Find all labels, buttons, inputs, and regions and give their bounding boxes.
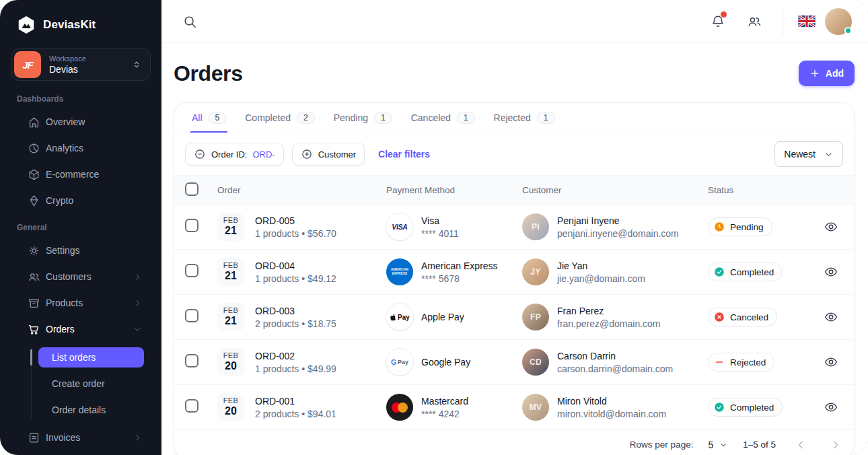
sidebar-item-orders[interactable]: Orders — [11, 316, 151, 342]
sort-value: Newest — [784, 149, 816, 160]
content: Orders Add All5Completed2Pending1Cancele… — [161, 43, 868, 455]
row-checkbox[interactable] — [185, 219, 198, 232]
view-order-button[interactable] — [818, 214, 844, 240]
workspace-switcher[interactable]: JF Workspace Devias — [11, 48, 151, 81]
tab-canceled[interactable]: Canceled1 — [410, 103, 476, 133]
sidebar-item-label: Products — [46, 298, 133, 308]
notifications-button[interactable] — [704, 8, 731, 35]
view-order-button[interactable] — [818, 304, 844, 330]
order-date: FEB21 — [217, 303, 244, 331]
chevron-down-icon — [719, 440, 728, 450]
tab-label: Completed — [245, 112, 291, 123]
order-summary: 1 products • $56.70 — [255, 228, 336, 239]
sidebar-item-order-details[interactable]: Order details — [38, 400, 144, 420]
payment-name: American Express — [421, 260, 498, 271]
tab-count-badge: 1 — [457, 112, 475, 124]
tab-pending[interactable]: Pending1 — [332, 103, 394, 133]
sidebar-item-list-orders[interactable]: List orders — [38, 347, 144, 368]
tab-label: Canceled — [411, 112, 451, 123]
status-badge-completed: Completed — [708, 262, 783, 281]
chevron-down-icon — [824, 149, 834, 160]
tab-count-badge: 1 — [537, 112, 555, 124]
view-order-button[interactable] — [818, 259, 844, 285]
row-checkbox[interactable] — [185, 399, 198, 413]
order-row-ord-003[interactable]: FEB21ORD-0032 products • $18.75PayApple … — [174, 294, 854, 339]
page-title: Orders — [174, 61, 243, 86]
row-checkbox[interactable] — [185, 264, 198, 277]
tab-label: Pending — [334, 112, 368, 123]
order-row-ord-004[interactable]: FEB21ORD-0041 products • $49.12AMERICANE… — [174, 249, 854, 294]
filter-chip-label: Order ID: — [211, 149, 247, 160]
filter-chip-label: Customer — [318, 149, 356, 160]
sidebar-item-overview[interactable]: Overview — [11, 109, 151, 135]
sidebar-item-label: Analytics — [46, 143, 143, 153]
status-tabs: All5Completed2Pending1Canceled1Rejected1 — [174, 103, 854, 133]
order-summary: 1 products • $49.99 — [255, 363, 336, 374]
filter-chip-order-id[interactable]: Order ID: ORD- — [185, 143, 284, 166]
sidebar-item-crypto[interactable]: Crypto — [11, 188, 151, 213]
archive-box-icon — [28, 297, 40, 310]
order-row-ord-002[interactable]: FEB20ORD-0021 products • $49.99GPayGoogl… — [174, 339, 854, 384]
sidebar-item-jobs[interactable]: Jobs — [11, 451, 151, 455]
sidebar-item-label: Overview — [46, 116, 143, 127]
select-all-checkbox[interactable] — [185, 182, 198, 196]
status-label: Completed — [730, 267, 774, 277]
sidebar-item-customers[interactable]: Customers — [11, 264, 151, 289]
tab-completed[interactable]: Completed2 — [244, 103, 316, 133]
tab-rejected[interactable]: Rejected1 — [493, 103, 556, 133]
previous-page-button[interactable] — [791, 435, 811, 455]
order-row-ord-005[interactable]: FEB21ORD-0051 products • $56.70VISAVisa*… — [174, 204, 854, 249]
chevron-right-icon — [133, 298, 143, 308]
order-id: ORD-003 — [255, 306, 336, 316]
language-selector[interactable] — [798, 15, 816, 27]
invoice-icon — [28, 431, 40, 444]
row-checkbox[interactable] — [185, 354, 198, 368]
order-date: FEB20 — [217, 348, 244, 376]
view-order-button[interactable] — [818, 349, 844, 375]
house-icon — [28, 116, 40, 129]
logo-link[interactable]: DeviasKit — [0, 0, 161, 43]
add-order-button[interactable]: Add — [799, 61, 855, 86]
online-status-dot — [844, 27, 852, 34]
workspace-label: Workspace — [49, 55, 123, 63]
status-badge-completed: Completed — [708, 398, 783, 417]
filter-chip-customer[interactable]: Customer — [292, 143, 365, 166]
apple-pay-icon: Pay — [386, 304, 413, 330]
search-button[interactable] — [176, 8, 203, 35]
uk-flag-icon — [798, 15, 816, 27]
diamond-icon — [28, 195, 40, 207]
customer-email: jie.yan@domain.com — [557, 273, 645, 284]
sidebar-item-analytics[interactable]: Analytics — [11, 135, 151, 161]
order-row-ord-001[interactable]: FEB20ORD-0012 products • $94.01Mastercar… — [174, 384, 854, 429]
contacts-button[interactable] — [741, 8, 768, 35]
canceled-icon — [714, 312, 725, 322]
sidebar-item-label: Customers — [46, 271, 133, 282]
sidebar-item-products[interactable]: Products — [11, 290, 151, 316]
sidebar-item-settings[interactable]: Settings — [11, 238, 151, 263]
tab-all[interactable]: All5 — [190, 103, 227, 133]
cube-icon — [28, 168, 40, 181]
search-icon — [182, 14, 197, 29]
view-order-button[interactable] — [818, 394, 844, 420]
sidebar-item-invoices[interactable]: Invoices — [11, 425, 151, 450]
rows-per-page-select[interactable]: 5 — [708, 440, 728, 450]
payment-card-number: **** 4242 — [421, 409, 468, 419]
pagination: Rows per page: 5 1–5 of 5 — [174, 429, 854, 455]
workspace-name: Devias — [49, 64, 123, 75]
clear-filters-button[interactable]: Clear filters — [378, 149, 430, 160]
next-page-button[interactable] — [826, 435, 846, 455]
sidebar-item-create-order[interactable]: Create order — [38, 374, 144, 394]
sort-select[interactable]: Newest — [774, 141, 843, 167]
rows-per-page-value: 5 — [708, 440, 713, 450]
sidebar-item-e-commerce[interactable]: E-commerce — [11, 162, 151, 187]
chevron-right-icon — [133, 433, 143, 443]
tab-label: All — [192, 112, 203, 123]
payment-name: Visa — [421, 215, 459, 226]
payment-card-number: **** 5678 — [421, 273, 498, 284]
user-avatar[interactable] — [825, 8, 852, 35]
row-checkbox[interactable] — [185, 309, 198, 322]
pending-icon — [714, 221, 725, 232]
deviaskit-logo-icon — [16, 15, 36, 35]
customer-name: Jie Yan — [557, 260, 645, 271]
order-summary: 2 products • $18.75 — [255, 318, 336, 329]
